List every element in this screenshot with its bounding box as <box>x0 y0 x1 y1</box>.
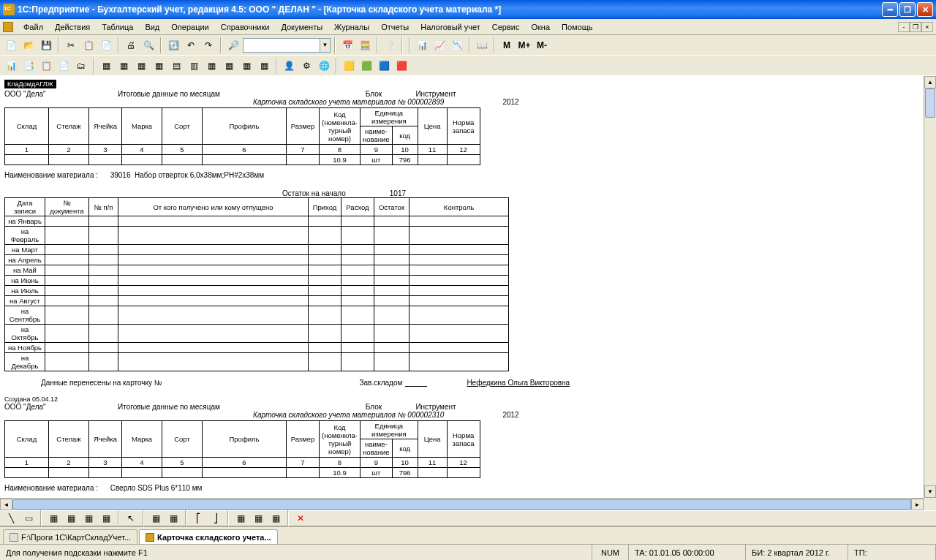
bt-btn11[interactable]: ⎦ <box>208 510 224 526</box>
mdi-minimize-button[interactable]: - <box>898 22 910 32</box>
bt-btn4[interactable]: ▦ <box>63 510 79 526</box>
bt-btn8[interactable]: ▦ <box>148 510 164 526</box>
tb2-btn4[interactable]: 📄 <box>56 58 72 74</box>
bt-btn15[interactable]: ✕ <box>292 510 309 526</box>
menu-file[interactable]: Файл <box>18 21 49 33</box>
tb2-btn15[interactable]: ▦ <box>256 58 272 74</box>
preview-button[interactable]: 🔍 <box>140 37 156 53</box>
tb2-btn7[interactable]: ▦ <box>116 58 132 74</box>
find-button[interactable]: 🔎 <box>225 37 241 53</box>
menu-tax[interactable]: Налоговый учет <box>415 21 486 33</box>
window-tabs: F:\Проги 1С\КартСкладУчет... Карточка ск… <box>0 526 936 544</box>
tb2-chart-icon[interactable]: 📊 <box>3 58 19 74</box>
toggle-button[interactable]: 🔃 <box>165 37 181 53</box>
maximize-button[interactable]: ❐ <box>899 2 916 17</box>
bt-btn14[interactable]: ▦ <box>268 510 284 526</box>
tab-card[interactable]: Карточка складского учета... <box>139 529 278 544</box>
scroll-down-button[interactable]: ▼ <box>924 485 936 498</box>
tb-btn-a[interactable]: 📊 <box>414 37 430 53</box>
tb-btn-book[interactable]: 📖 <box>474 37 490 53</box>
print-button[interactable]: 🖨 <box>123 37 139 53</box>
vertical-scrollbar[interactable]: ▲ ▼ <box>924 76 936 498</box>
bt-btn13[interactable]: ▦ <box>250 510 266 526</box>
instrument-label: Инструмент <box>399 90 472 98</box>
close-button[interactable]: ✕ <box>917 2 933 17</box>
tb2-btn12[interactable]: ▦ <box>203 58 219 74</box>
hscroll-thumb[interactable] <box>12 499 911 510</box>
tb2-btn5[interactable]: 🗂 <box>73 58 89 74</box>
menu-view[interactable]: Вид <box>139 21 165 33</box>
m-button[interactable]: M <box>499 37 515 53</box>
undo-button[interactable]: ↶ <box>183 37 199 53</box>
scroll-right-button[interactable]: ► <box>911 499 924 510</box>
tb2-btn8[interactable]: ▦ <box>133 58 149 74</box>
bt-btn12[interactable]: ▦ <box>233 510 249 526</box>
menu-operations[interactable]: Операции <box>165 21 214 33</box>
pointer-icon[interactable]: ↖ <box>123 510 139 526</box>
tb2-btn20[interactable]: 🟩 <box>358 58 374 74</box>
mdi-restore-button[interactable]: ❐ <box>910 22 921 32</box>
new-button[interactable]: 📄 <box>3 37 19 53</box>
menu-actions[interactable]: Действия <box>49 21 96 33</box>
menu-table[interactable]: Таблица <box>96 21 139 33</box>
menu-windows[interactable]: Окна <box>525 21 556 33</box>
tb2-btn21[interactable]: 🟦 <box>376 58 392 74</box>
bt-btn1[interactable]: ╲ <box>3 510 19 526</box>
tb2-globe-icon[interactable]: 🌐 <box>316 58 332 74</box>
month-row: на Февраль <box>5 227 509 245</box>
copy-button[interactable]: 📋 <box>80 37 97 53</box>
tb2-btn14[interactable]: ▦ <box>238 58 254 74</box>
bt-btn9[interactable]: ▦ <box>165 510 181 526</box>
tb2-btn2[interactable]: 📑 <box>20 58 37 74</box>
m-plus-button[interactable]: M+ <box>516 37 532 53</box>
horizontal-scrollbar[interactable]: ◄ ► <box>0 498 924 510</box>
menu-documents[interactable]: Документы <box>275 21 328 33</box>
vscroll-thumb[interactable] <box>925 88 935 118</box>
tb-btn-b[interactable]: 📈 <box>431 37 448 53</box>
redo-button[interactable]: ↷ <box>200 37 216 53</box>
tb2-btn9[interactable]: ▦ <box>151 58 167 74</box>
search-input[interactable] <box>244 39 320 52</box>
tb2-btn10[interactable]: ▤ <box>168 58 184 74</box>
toolbar-secondary: 📊 📑 📋 📄 🗂 ▦ ▦ ▦ ▦ ▤ ▥ ▦ ▦ ▦ ▦ 👤 ⚙ 🌐 🟨 🟩 … <box>0 56 936 76</box>
minimize-button[interactable]: ━ <box>882 2 898 17</box>
bt-btn6[interactable]: ▦ <box>98 510 114 526</box>
month-row: на Сентябрь <box>5 306 509 325</box>
tb2-btn11[interactable]: ▥ <box>186 58 202 74</box>
bt-btn5[interactable]: ▦ <box>80 510 97 526</box>
scroll-left-button[interactable]: ◄ <box>0 499 12 510</box>
menu-help[interactable]: Помощь <box>556 21 599 33</box>
menu-journals[interactable]: Журналы <box>328 21 375 33</box>
tab-file[interactable]: F:\Проги 1С\КартСкладУчет... <box>3 529 137 544</box>
calendar-button[interactable]: 📅 <box>339 37 355 53</box>
help-button[interactable]: ❔ <box>382 37 398 53</box>
bt-btn10[interactable]: ⎡ <box>190 510 206 526</box>
document-icon <box>10 533 18 542</box>
cut-button[interactable]: ✂ <box>63 37 79 53</box>
search-combo[interactable]: ▼ <box>243 38 331 53</box>
tb2-btn19[interactable]: 🟨 <box>341 58 357 74</box>
open-button[interactable]: 📂 <box>20 37 37 53</box>
calc-button[interactable]: 🧮 <box>357 37 373 53</box>
tb2-btn16[interactable]: 👤 <box>281 58 297 74</box>
save-button[interactable]: 💾 <box>38 37 54 53</box>
menu-reports[interactable]: Отчеты <box>375 21 415 33</box>
tb2-btn22[interactable]: 🟥 <box>393 58 410 74</box>
bt-btn2[interactable]: ▭ <box>20 510 37 526</box>
document-content[interactable]: КлаДомдАГЛЖ ООО "Дела" Итоговые данные п… <box>0 76 924 498</box>
tb2-btn6[interactable]: ▦ <box>98 58 114 74</box>
paste-button[interactable]: 📄 <box>98 37 114 53</box>
sheet-tab[interactable]: КлаДомдАГЛЖ <box>4 80 56 88</box>
tb-btn-c[interactable]: 📉 <box>449 37 465 53</box>
tb2-btn3[interactable]: 📋 <box>38 58 54 74</box>
month-row: на Апрель <box>5 255 509 265</box>
menu-service[interactable]: Сервис <box>486 21 526 33</box>
mdi-close-button[interactable]: × <box>921 22 933 32</box>
scroll-up-button[interactable]: ▲ <box>924 76 936 88</box>
menu-references[interactable]: Справочники <box>215 21 276 33</box>
bt-btn3[interactable]: ▦ <box>45 510 61 526</box>
itog-label: Итоговые данные по месяцам <box>92 90 246 98</box>
m-minus-button[interactable]: M- <box>534 37 550 53</box>
tb2-btn17[interactable]: ⚙ <box>298 58 314 74</box>
tb2-btn13[interactable]: ▦ <box>221 58 237 74</box>
